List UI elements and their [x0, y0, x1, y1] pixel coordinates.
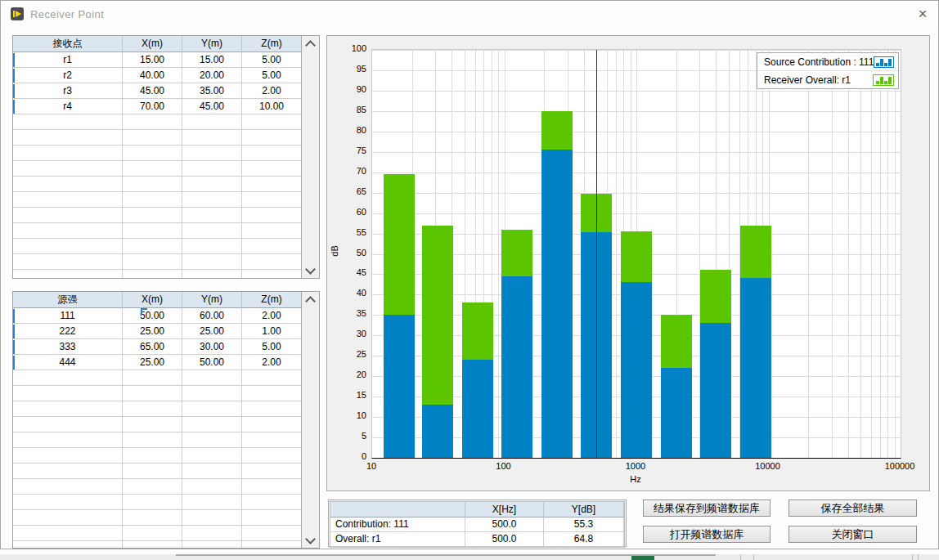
table-cell[interactable]: [13, 223, 123, 239]
table-cell[interactable]: 5.00: [242, 68, 302, 83]
table-cell[interactable]: [13, 177, 123, 192]
table-cell[interactable]: [13, 208, 123, 223]
table-cell[interactable]: [13, 526, 123, 541]
table-cell[interactable]: [13, 114, 123, 130]
table-cell[interactable]: [182, 208, 242, 223]
table-cell[interactable]: [182, 254, 242, 270]
table-cell[interactable]: [182, 479, 242, 495]
results-cell[interactable]: 55.3: [544, 517, 624, 532]
close-window-button[interactable]: 关闭窗口: [788, 526, 917, 543]
table-cell[interactable]: 45.00: [182, 99, 242, 114]
table-cell[interactable]: [242, 239, 302, 254]
scroll-down-icon[interactable]: [302, 263, 318, 278]
table-cell[interactable]: [123, 401, 182, 417]
table-cell[interactable]: [242, 208, 302, 223]
open-spectrum-db-button[interactable]: 打开频谱数据库: [643, 526, 771, 543]
table-cell[interactable]: 30.00: [182, 339, 242, 355]
table-cell[interactable]: [182, 541, 242, 549]
table-cell[interactable]: [242, 541, 302, 549]
table-cell[interactable]: [13, 239, 123, 254]
table-cell[interactable]: [13, 370, 123, 386]
table-cell[interactable]: [123, 386, 182, 401]
table-cell[interactable]: [123, 479, 182, 495]
table-cell[interactable]: [13, 386, 123, 401]
table-cell[interactable]: 25.00: [123, 324, 182, 339]
table-cell[interactable]: r1: [13, 52, 123, 68]
close-icon[interactable]: ×: [910, 4, 935, 25]
table-cell[interactable]: 111: [13, 308, 123, 324]
table-cell[interactable]: [123, 130, 182, 146]
table-cell[interactable]: 5.00: [242, 339, 302, 355]
frequency-cursor[interactable]: [596, 50, 597, 458]
table-cell[interactable]: [123, 448, 182, 464]
results-cell[interactable]: 500.0: [465, 532, 544, 547]
table-cell[interactable]: r2: [13, 68, 123, 83]
table-cell[interactable]: [13, 161, 123, 177]
table-cell[interactable]: [242, 401, 302, 417]
table-cell[interactable]: 333: [13, 339, 123, 355]
save-to-spectrum-db-button[interactable]: 结果保存到频谱数据库: [643, 500, 771, 517]
table-cell[interactable]: [182, 370, 242, 386]
table-cell[interactable]: [13, 130, 123, 146]
table-cell[interactable]: [182, 526, 242, 541]
table-cell[interactable]: [182, 386, 242, 401]
table-cell[interactable]: [182, 177, 242, 192]
table-cell[interactable]: [242, 130, 302, 146]
table-cell[interactable]: 70.00: [123, 99, 182, 114]
table-cell[interactable]: 10.00: [242, 99, 302, 114]
table-cell[interactable]: [242, 464, 302, 479]
scroll-down-icon[interactable]: [302, 533, 318, 548]
legend-item[interactable]: Receiver Overall: r1: [757, 70, 898, 88]
table-cell[interactable]: [13, 254, 123, 270]
table-cell[interactable]: [13, 192, 123, 208]
table-cell[interactable]: [13, 448, 123, 464]
table-cell[interactable]: 1.00: [242, 324, 302, 339]
table-cell[interactable]: [123, 254, 182, 270]
table-cell[interactable]: 2.00: [242, 83, 302, 99]
table-cell[interactable]: [123, 495, 182, 510]
table-cell[interactable]: [123, 146, 182, 161]
table-cell[interactable]: [182, 146, 242, 161]
table-cell[interactable]: 40.00: [123, 68, 182, 83]
source-table[interactable]: 源强X(m)Y(m)Z(m)11150.0060.002.0022225.002…: [13, 292, 302, 548]
table-cell[interactable]: [123, 208, 182, 223]
table-cell[interactable]: r3: [13, 83, 123, 99]
table-cell[interactable]: [242, 270, 302, 279]
table-cell[interactable]: [242, 510, 302, 526]
table-cell[interactable]: [242, 192, 302, 208]
table-cell[interactable]: [242, 177, 302, 192]
table-cell[interactable]: 45.00: [123, 83, 182, 99]
table-cell[interactable]: 15.00: [182, 52, 242, 68]
table-cell[interactable]: 5.00: [242, 52, 302, 68]
table-cell[interactable]: [182, 510, 242, 526]
table-cell[interactable]: [182, 401, 242, 417]
table-cell[interactable]: [182, 495, 242, 510]
cursor-results-table[interactable]: X[Hz]Y[dB]Contribution: 111500.055.3Over…: [330, 501, 625, 548]
table-cell[interactable]: [13, 146, 123, 161]
scroll-up-icon[interactable]: [302, 292, 318, 307]
table-cell[interactable]: [242, 448, 302, 464]
table-cell[interactable]: [123, 464, 182, 479]
results-cell[interactable]: 500.0: [465, 517, 544, 532]
table-cell[interactable]: 35.00: [182, 83, 242, 99]
table-cell[interactable]: [123, 192, 182, 208]
table-cell[interactable]: 50.00: [182, 355, 242, 370]
table-cell[interactable]: [123, 432, 182, 448]
results-cell[interactable]: Overall: r1: [330, 532, 465, 547]
table-cell[interactable]: [242, 479, 302, 495]
table-cell[interactable]: [13, 541, 123, 549]
table-cell[interactable]: [182, 223, 242, 239]
table-cell[interactable]: 2.00: [242, 355, 302, 370]
table-cell[interactable]: [123, 541, 182, 549]
table-cell[interactable]: 25.00: [123, 355, 182, 370]
table-cell[interactable]: [123, 526, 182, 541]
plot-area[interactable]: [371, 49, 901, 459]
table-cell[interactable]: [123, 161, 182, 177]
receiver-table-scrollbar[interactable]: [301, 36, 319, 278]
table-cell[interactable]: [182, 270, 242, 279]
table-cell[interactable]: [13, 495, 123, 510]
table-cell[interactable]: 444: [13, 355, 123, 370]
table-cell[interactable]: [13, 401, 123, 417]
table-cell[interactable]: [123, 239, 182, 254]
table-cell[interactable]: [242, 223, 302, 239]
